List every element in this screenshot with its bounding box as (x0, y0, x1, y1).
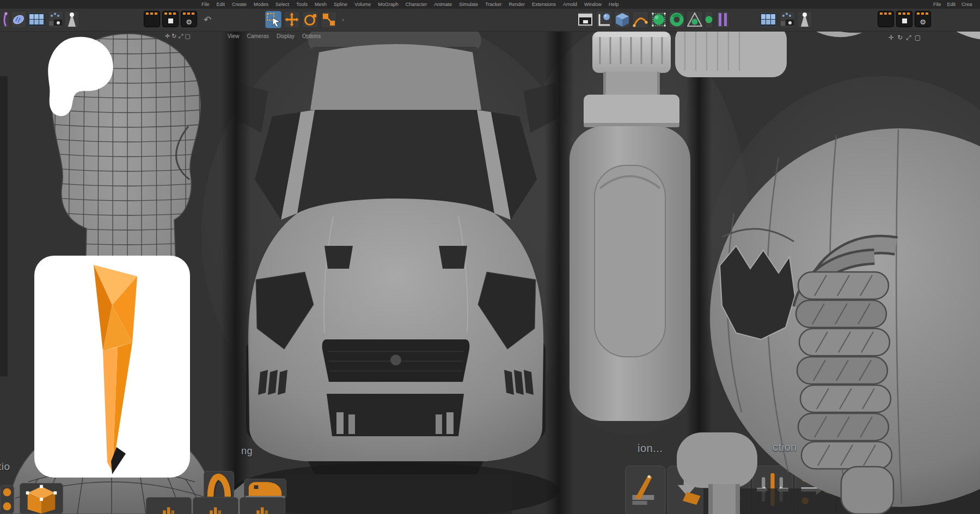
viewport-menu: View Cameras Display Options (228, 31, 321, 41)
text-fragment-bottom-left: tio (0, 461, 10, 473)
snap-cluster-icon[interactable] (48, 11, 63, 28)
text-fragment-left-of-car: ng (241, 445, 253, 457)
menu-item-modes[interactable]: Modes (254, 2, 268, 7)
menu-item-select[interactable]: Select (275, 2, 289, 7)
render-settings-icon[interactable]: ⚙ (181, 11, 197, 27)
patreon-logomark (39, 35, 115, 117)
pan-view-icon[interactable]: ✛ (165, 33, 170, 40)
menu-item-simulate[interactable]: Simulate (459, 2, 478, 7)
light-icon-2[interactable] (797, 11, 812, 28)
viewport-nav-left: ✛ ↻ ⤢ ▢ (165, 31, 191, 41)
menu-item-edit-2[interactable]: Edit (947, 2, 956, 7)
menu-item-tools[interactable]: Tools (296, 2, 308, 7)
layout-grid-icon[interactable] (27, 11, 46, 28)
polygon-cube-icon[interactable] (20, 483, 63, 514)
falloff-profile-icon[interactable] (240, 497, 285, 514)
orbit-view-icon[interactable]: ↻ (171, 33, 176, 40)
menu-item-mesh[interactable]: Mesh (315, 2, 327, 7)
add-cube-icon[interactable] (614, 11, 630, 28)
maximize-view-icon[interactable]: ▢ (185, 33, 190, 40)
menu-item-create[interactable]: Create (232, 2, 247, 7)
light-icon[interactable] (64, 11, 79, 28)
pan-view-icon-2[interactable]: ✛ (889, 34, 894, 41)
viewport-menu-display[interactable]: Display (277, 33, 295, 39)
snap-cluster-icon-2[interactable] (780, 11, 795, 28)
cone-icon[interactable] (687, 11, 703, 28)
render-picture-viewer-icon[interactable] (162, 11, 179, 27)
spline-pen-icon[interactable] (632, 11, 648, 28)
secondary-window-menus: File Edit Crea (933, 0, 980, 9)
menu-item-window[interactable]: Window (584, 2, 602, 7)
creator-logo-card (34, 256, 190, 478)
zoom-view-icon-2[interactable]: ⤢ (906, 34, 911, 41)
render-view-icon[interactable] (144, 11, 160, 27)
menu-bar: File Edit Create Modes Select Tools Mesh… (0, 0, 980, 9)
scale-tool-icon[interactable] (321, 11, 337, 28)
main-menus: File Edit Create Modes Select Tools Mesh… (201, 0, 619, 9)
deformer-bars-icon[interactable] (716, 11, 730, 28)
falloff-profile-icon[interactable] (146, 497, 192, 514)
iron-tool-icon[interactable] (244, 479, 286, 499)
torus-icon[interactable] (669, 11, 685, 28)
undo-icon[interactable]: ↶ (200, 11, 215, 28)
main-toolbar: ⚙ ↶ › (0, 9, 980, 32)
viewport-menu-options[interactable]: Options (302, 33, 321, 39)
palette-dots-icon[interactable] (0, 485, 14, 514)
paint-blob-icon[interactable] (11, 11, 26, 28)
viewport-nav-right: ✛ ↻ ⤢ ▢ (889, 33, 921, 42)
menu-item-mograph[interactable]: MoGraph (378, 2, 399, 7)
text-fragment-left-of-pumpkin: ction (773, 441, 797, 454)
menu-item-animate[interactable]: Animate (434, 2, 452, 7)
viewport-menu-view[interactable]: View (228, 33, 240, 39)
orange-lowpoly-p-logomark (34, 256, 190, 478)
menu-item-file[interactable]: File (201, 2, 210, 7)
falloff-profile-icon[interactable] (193, 497, 238, 514)
menu-item-character[interactable]: Character (406, 2, 427, 7)
menu-item-create-2[interactable]: Crea (961, 2, 972, 7)
viewport-menu-cameras[interactable]: Cameras (247, 33, 270, 39)
text-fragment-below-cable: ion... (638, 442, 663, 455)
pen-tool-icon[interactable] (2, 11, 10, 28)
menu-item-edit[interactable]: Edit (217, 2, 225, 7)
magnet-tool-icon[interactable] (204, 471, 234, 499)
svg-text:⚙: ⚙ (186, 18, 192, 26)
render-settings-icon-2[interactable]: ⚙ (915, 11, 931, 27)
layout-grid-icon-2[interactable] (759, 11, 777, 28)
render-view-icon-2[interactable] (878, 11, 894, 27)
rotate-tool-icon[interactable] (302, 11, 318, 28)
orbit-view-icon-2[interactable]: ↻ (897, 34, 903, 41)
menu-item-spline[interactable]: Spline (334, 2, 347, 7)
svg-text:⚙: ⚙ (920, 18, 926, 26)
chevron-right-icon[interactable]: › (339, 11, 347, 28)
subdivision-sphere-icon[interactable] (651, 11, 667, 28)
menu-item-render[interactable]: Render (509, 2, 525, 7)
banner-root: tio ng ion... ction File Edit Create Mod… (0, 0, 980, 514)
menu-item-volume[interactable]: Volume (354, 2, 371, 7)
workplane-icon[interactable] (577, 11, 593, 28)
coordinate-system-icon[interactable] (596, 11, 612, 28)
move-tool-icon[interactable] (284, 11, 300, 28)
live-selection-icon[interactable] (265, 11, 281, 28)
maximize-view-icon-2[interactable]: ▢ (915, 34, 921, 41)
zoom-view-icon[interactable]: ⤢ (178, 33, 183, 40)
sphere-icon[interactable] (705, 11, 713, 28)
menu-item-file-2[interactable]: File (933, 2, 941, 7)
menu-item-extensions: Extensions (532, 2, 556, 7)
render-picture-viewer-icon-2[interactable] (896, 11, 912, 27)
menu-item-arnold[interactable]: Arnold (563, 2, 577, 7)
menu-item-help[interactable]: Help (609, 2, 619, 7)
menu-item-tracker[interactable]: Tracker (485, 2, 501, 7)
